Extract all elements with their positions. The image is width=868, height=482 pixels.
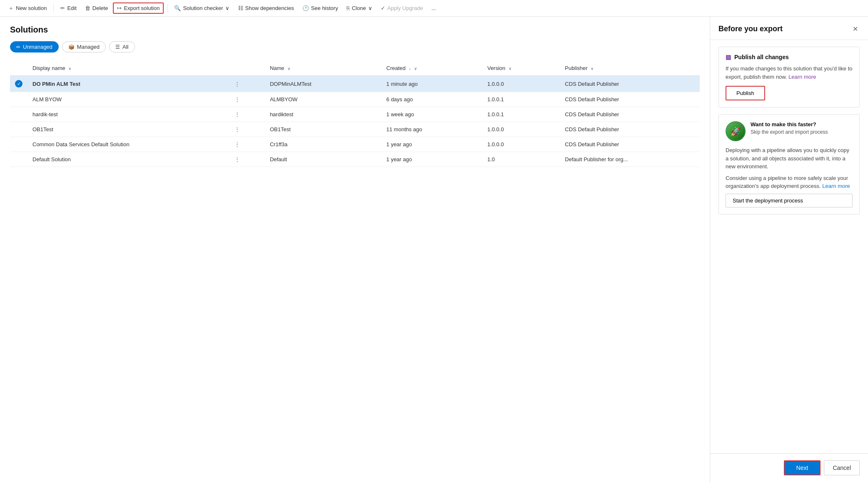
publish-learn-more-link[interactable]: Learn more xyxy=(788,74,816,80)
edit-icon: ✏ xyxy=(60,5,65,11)
sort-version-icon: ∨ xyxy=(509,66,511,71)
clone-button[interactable]: ⎘ Clone ∨ xyxy=(343,3,376,13)
deploy-button[interactable]: Start the deployment process xyxy=(726,194,853,207)
next-button[interactable]: Next xyxy=(784,460,821,475)
clone-chevron-icon: ∨ xyxy=(368,5,372,11)
publish-body-text: If you made changes to this solution tha… xyxy=(726,65,853,81)
side-panel-title: Before you export xyxy=(718,25,783,33)
edit-tab-icon: ✏ xyxy=(16,44,20,50)
pipeline-section-card: 🚀 Want to make this faster? Skip the exp… xyxy=(718,114,860,215)
main-area: Solutions ✏ Unmanaged 📦 Managed ☰ All xyxy=(0,17,868,482)
table-row[interactable]: ✓DO PMin ALM Test⋮DOPMinALMTest1 minute … xyxy=(10,76,700,92)
row-select-cell[interactable]: ✓ xyxy=(10,76,27,92)
solutions-panel: Solutions ✏ Unmanaged 📦 Managed ☰ All xyxy=(0,17,710,482)
close-panel-button[interactable]: ✕ xyxy=(851,23,860,35)
row-display-name: ALM BYOW xyxy=(27,92,227,107)
check-icon: ✓ xyxy=(15,80,22,87)
rocket-icon: 🚀 xyxy=(726,121,746,141)
th-version[interactable]: Version ∨ xyxy=(482,61,560,76)
tab-managed[interactable]: 📦 Managed xyxy=(62,41,106,52)
row-name: hardiktest xyxy=(265,107,382,122)
row-dots-icon[interactable]: ⋮ xyxy=(232,155,242,163)
row-version: 1.0.0.0 xyxy=(482,122,560,137)
row-display-name: DO PMin ALM Test xyxy=(27,76,227,92)
upgrade-icon: ✓ xyxy=(381,5,385,11)
th-select xyxy=(10,61,27,76)
row-dots-icon[interactable]: ⋮ xyxy=(232,110,242,118)
row-select-cell[interactable] xyxy=(10,152,27,167)
row-publisher: CDS Default Publisher xyxy=(560,107,700,122)
row-display-name: OB1Test xyxy=(27,122,227,137)
sort-display-icon: ∨ xyxy=(68,66,71,71)
table-row[interactable]: hardik-test⋮hardiktest1 week ago1.0.0.1C… xyxy=(10,107,700,122)
pipeline-subheading: Skip the export and import process xyxy=(751,129,853,135)
pipeline-body2: Consider using a pipeline to more safely… xyxy=(726,174,853,190)
apply-upgrade-button[interactable]: ✓ Apply Upgrade xyxy=(377,3,427,13)
row-more-menu[interactable]: ⋮ xyxy=(227,107,265,122)
publish-button[interactable]: Publish xyxy=(726,86,765,100)
row-select-cell[interactable] xyxy=(10,122,27,137)
row-created: 11 months ago xyxy=(382,122,482,137)
checker-icon: 🔍 xyxy=(174,5,181,11)
side-panel-footer: Next Cancel xyxy=(710,453,868,482)
row-publisher: CDS Default Publisher xyxy=(560,122,700,137)
new-solution-button[interactable]: ＋ New solution xyxy=(5,3,50,14)
export-icon: ↦ xyxy=(117,5,122,11)
edit-button[interactable]: ✏ Edit xyxy=(57,3,80,13)
row-dots-icon[interactable]: ⋮ xyxy=(232,95,242,103)
solutions-table: Display name ∨ Name ∨ Created ↓ ∨ Versi xyxy=(10,61,700,167)
delete-icon: 🗑 xyxy=(85,5,90,11)
cancel-button[interactable]: Cancel xyxy=(824,460,860,475)
solution-checker-button[interactable]: 🔍 Solution checker ∨ xyxy=(171,3,232,13)
row-dots-icon[interactable]: ⋮ xyxy=(232,125,242,133)
pipeline-learn-more-link[interactable]: Learn more xyxy=(822,183,850,189)
row-select-cell[interactable] xyxy=(10,107,27,122)
row-more-menu[interactable]: ⋮ xyxy=(227,152,265,167)
row-select-cell[interactable] xyxy=(10,92,27,107)
publish-icon: ▨ xyxy=(726,54,731,60)
row-dots-icon[interactable]: ⋮ xyxy=(232,80,242,88)
row-created: 6 days ago xyxy=(382,92,482,107)
history-icon: 🕐 xyxy=(302,5,309,11)
row-name: Default xyxy=(265,152,382,167)
row-more-menu[interactable]: ⋮ xyxy=(227,76,265,92)
row-more-menu[interactable]: ⋮ xyxy=(227,137,265,152)
row-name: Cr1ff3a xyxy=(265,137,382,152)
pipeline-top: 🚀 Want to make this faster? Skip the exp… xyxy=(726,121,853,141)
table-row[interactable]: Default Solution⋮Default1 year ago1.0Def… xyxy=(10,152,700,167)
th-display-name[interactable]: Display name ∨ xyxy=(27,61,227,76)
table-row[interactable]: OB1Test⋮OB1Test11 months ago1.0.0.0CDS D… xyxy=(10,122,700,137)
table-row[interactable]: Common Data Services Default Solution⋮Cr… xyxy=(10,137,700,152)
row-version: 1.0 xyxy=(482,152,560,167)
th-created[interactable]: Created ↓ ∨ xyxy=(382,61,482,76)
row-more-menu[interactable]: ⋮ xyxy=(227,122,265,137)
plus-icon: ＋ xyxy=(8,5,14,12)
th-name[interactable]: Name ∨ xyxy=(265,61,382,76)
row-created: 1 year ago xyxy=(382,137,482,152)
row-publisher: CDS Default Publisher xyxy=(560,137,700,152)
pipeline-icon-container: 🚀 xyxy=(726,121,746,141)
delete-button[interactable]: 🗑 Delete xyxy=(82,3,112,13)
row-dots-icon[interactable]: ⋮ xyxy=(232,140,242,148)
tab-unmanaged[interactable]: ✏ Unmanaged xyxy=(10,41,59,52)
row-name: OB1Test xyxy=(265,122,382,137)
table-row[interactable]: ALM BYOW⋮ALMBYOW6 days ago1.0.0.1CDS Def… xyxy=(10,92,700,107)
dependencies-icon: ⛓ xyxy=(238,5,243,11)
show-dependencies-button[interactable]: ⛓ Show dependencies xyxy=(234,3,297,13)
publish-section-card: ▨ Publish all changes If you made change… xyxy=(718,47,860,107)
pipeline-text: Want to make this faster? Skip the expor… xyxy=(751,121,853,141)
clone-icon: ⎘ xyxy=(347,5,350,11)
filter-tabs: ✏ Unmanaged 📦 Managed ☰ All xyxy=(10,41,700,52)
row-select-cell[interactable] xyxy=(10,137,27,152)
row-version: 1.0.0.0 xyxy=(482,137,560,152)
more-button[interactable]: ... xyxy=(428,3,439,13)
row-more-menu[interactable]: ⋮ xyxy=(227,92,265,107)
see-history-button[interactable]: 🕐 See history xyxy=(299,3,342,13)
row-display-name: Default Solution xyxy=(27,152,227,167)
all-tab-icon: ☰ xyxy=(115,44,120,50)
tab-all[interactable]: ☰ All xyxy=(109,41,135,52)
sort-created-icon: ↓ xyxy=(409,66,411,71)
export-solution-button[interactable]: ↦ Export solution xyxy=(113,2,164,14)
th-publisher[interactable]: Publisher ∨ xyxy=(560,61,700,76)
row-name: ALMBYOW xyxy=(265,92,382,107)
